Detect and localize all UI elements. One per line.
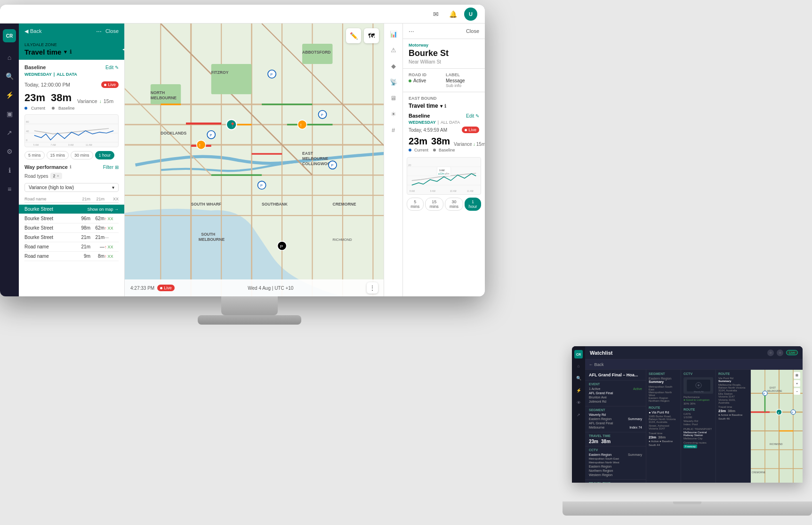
- more-options-button[interactable]: ···: [409, 27, 414, 35]
- performance-col-title: ROUTE: [718, 372, 748, 375]
- sidebar-item-share[interactable]: ↗: [2, 125, 17, 140]
- screen-icon[interactable]: 🖥: [388, 92, 399, 103]
- sort-dropdown[interactable]: Variance (high to low) ▾: [24, 183, 119, 192]
- sun-icon[interactable]: ☀: [388, 108, 399, 119]
- travel-time-label2: Travel time: [718, 406, 748, 408]
- sidebar-item-menu[interactable]: ≡: [2, 182, 17, 197]
- map-date: Wed 4 Aug | UTC +10: [248, 286, 293, 291]
- svg-text:5 AM: 5 AM: [33, 144, 39, 146]
- panel-content: Baseline Edit ✎ WEDNESDAY | ALL DATA: [19, 60, 124, 266]
- notification-icon[interactable]: 🔔: [447, 8, 458, 20]
- watchlist-row: Eastern Region: [589, 465, 642, 468]
- map-area[interactable]: NORTH MELBOURNE FITZROY ABBOTSFORD EAST …: [125, 24, 384, 296]
- right-filter-30min[interactable]: 30 mins: [445, 198, 463, 211]
- road-id-cell: ROAD ID Active: [409, 72, 442, 88]
- table-row[interactable]: Bourke Street 21m 21m —: [24, 233, 119, 242]
- left-panel: ◀ Back ··· Close LILYDALE ZONE Travel ti…: [19, 24, 125, 296]
- laptop-map-zoom-in[interactable]: +: [794, 380, 800, 387]
- table-row[interactable]: Bourke Street Show on map →: [19, 205, 124, 214]
- travel-time-summary: Travel time: [649, 432, 678, 435]
- sidebar-item-search[interactable]: 🔍: [2, 69, 17, 84]
- south-notes: South 46: [718, 417, 748, 420]
- chart-icon[interactable]: 📊: [388, 28, 399, 40]
- laptop-share-icon[interactable]: ↗: [574, 410, 583, 420]
- avatar[interactable]: U: [464, 8, 477, 21]
- variance-up: ↑XX: [105, 245, 119, 249]
- svg-text:MELBOURNE: MELBOURNE: [151, 95, 177, 100]
- laptop-action-2[interactable]: ○: [777, 350, 783, 356]
- laptop-back-button[interactable]: ← Back: [585, 359, 803, 370]
- label-col-value: Message: [446, 78, 479, 83]
- row-val2: 21m: [90, 235, 105, 240]
- wifi-icon[interactable]: 📡: [388, 76, 399, 88]
- svg-text:9 AM: 9 AM: [439, 169, 444, 172]
- right-edit-button[interactable]: Edit ✎: [466, 113, 479, 119]
- sidebar-item-settings[interactable]: ⚙: [2, 144, 17, 159]
- close-panel-button[interactable]: Close: [105, 28, 119, 34]
- back-button[interactable]: ◀ Back: [24, 28, 41, 34]
- cctv-image: Waverly Rd: [683, 377, 713, 394]
- svg-text:RICHMOND: RICHMOND: [332, 238, 352, 242]
- warning-icon[interactable]: ⚠: [388, 44, 399, 56]
- row-bourke-street-selected: Bourke Street: [24, 207, 87, 212]
- row-val2: 8m: [90, 254, 105, 259]
- table-row[interactable]: Road name 21m — ↑XX: [24, 242, 119, 252]
- laptop-content: AFL Grand Final – Hoa... EVENT 1 Active …: [585, 370, 803, 483]
- layers-button[interactable]: ✏️: [346, 28, 361, 43]
- sidebar-item-alerts[interactable]: ⚡: [2, 88, 17, 103]
- watchlist-segment-section: SEGMENT Waverly Rd Eastern Region Summar…: [585, 406, 646, 432]
- sidebar-item-info[interactable]: ℹ: [2, 163, 17, 178]
- laptop-map-icon[interactable]: 👁: [574, 398, 583, 407]
- watchlist-cctv-title: CCTV: [589, 448, 642, 452]
- mail-icon[interactable]: ✉: [430, 8, 442, 20]
- top-bar: ✉ 🔔 U: [0, 5, 485, 24]
- sidebar-item-home[interactable]: ⌂: [2, 50, 17, 65]
- svg-text:P: P: [209, 133, 212, 137]
- show-on-map-button[interactable]: Show on map →: [87, 207, 119, 212]
- road-id-value: Active: [409, 78, 442, 83]
- road-types-tag[interactable]: 2 ×: [50, 173, 62, 179]
- watchlist-event-title: EVENT: [589, 382, 642, 386]
- right-icon-bar: 📊 ⚠ ◆ 📡 🖥 ☀ #: [384, 24, 402, 296]
- right-filter-1hour[interactable]: 1 hour: [465, 198, 481, 211]
- svg-text:EAST: EAST: [770, 386, 776, 389]
- row-name: Bourke Street: [24, 216, 76, 221]
- diamond-icon[interactable]: ◆: [388, 60, 399, 72]
- map-more-button[interactable]: ⋮: [367, 282, 378, 294]
- laptop-alert-icon[interactable]: ⚡: [574, 386, 583, 395]
- public-transport-section: PUBLIC TRANSPORT: [683, 428, 713, 430]
- close-right-panel-button[interactable]: Close: [466, 28, 479, 34]
- table-row[interactable]: Bourke Street 98m 62m ↑XX: [24, 223, 119, 233]
- map-view-button[interactable]: 🗺: [364, 28, 379, 43]
- filter-1hour[interactable]: 1 hour: [95, 151, 115, 159]
- mini-chart: 80 40 0 5 AM 7 AM 9 AM 11 AM: [24, 114, 119, 147]
- live-badge: Live: [101, 81, 119, 88]
- laptop-home-icon[interactable]: ⌂: [574, 361, 583, 371]
- laptop-search-icon[interactable]: 🔍: [574, 374, 583, 383]
- table-row[interactable]: Bourke Street 96m 62m ↑XX: [24, 214, 119, 223]
- panel-nav-arrow[interactable]: ◀: [120, 45, 125, 54]
- filter-30min[interactable]: 30 mins: [71, 151, 93, 159]
- svg-text:P: P: [270, 72, 273, 77]
- more-options-icon[interactable]: ···: [96, 27, 102, 35]
- filter-15min[interactable]: 15 mins: [47, 151, 69, 159]
- edit-button[interactable]: Edit ✎: [105, 65, 119, 70]
- connecting-routes-label: Connecting routes: [683, 441, 713, 444]
- watchlist-row: Northern Region: [589, 469, 642, 472]
- filter-button[interactable]: Filter ⊞: [103, 165, 119, 170]
- filter-5min[interactable]: 5 mins: [24, 151, 45, 159]
- grid-icon[interactable]: #: [388, 124, 399, 135]
- sidebar-item-blank[interactable]: ▣: [2, 106, 17, 121]
- laptop-action-1[interactable]: ○: [767, 350, 774, 356]
- right-filter-15min[interactable]: 15 mins: [425, 198, 443, 211]
- row-val2: 62m: [90, 216, 105, 221]
- panel-title: Travel time ▾ ℹ: [24, 48, 119, 56]
- watchlist-travel-section: Travel time 23m 38m: [585, 432, 646, 446]
- row-val1: 21m: [76, 244, 90, 249]
- laptop-map[interactable]: EAST MELBOURNE RICHMOND CREMORNE ● P P: [751, 370, 803, 483]
- laptop-map-zoom-out[interactable]: −: [794, 388, 800, 395]
- laptop-map-layers[interactable]: ⊞: [794, 372, 800, 379]
- metric-labels: Current Baseline: [24, 106, 119, 111]
- right-filter-5min[interactable]: 5 mins: [407, 198, 424, 211]
- table-row[interactable]: Road name 9m 8m ↑XX: [24, 252, 119, 261]
